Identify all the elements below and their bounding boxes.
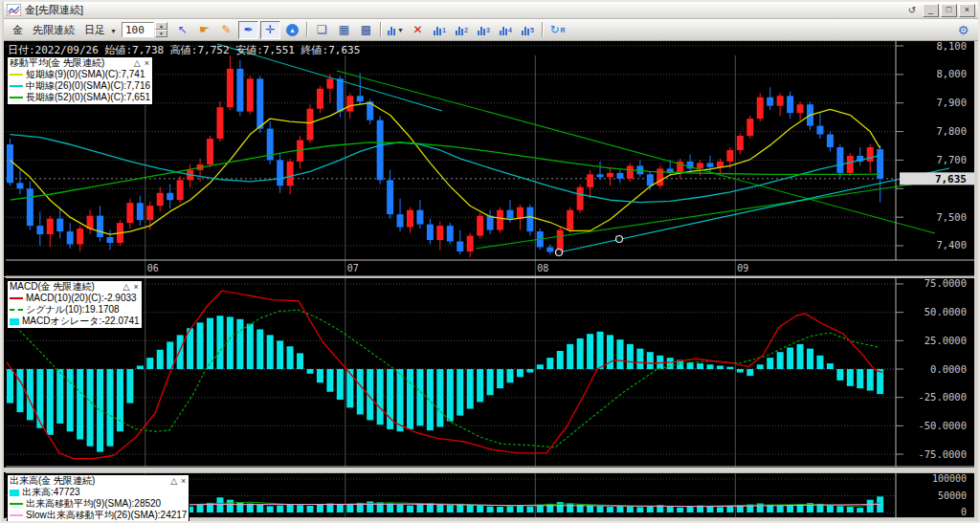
indicator-preset-2-button[interactable]: 2 [452,21,472,39]
maximize-button[interactable]: □ [941,4,957,17]
month-axis-label: 06 [147,263,159,273]
legend-collapse-icon[interactable]: △ [133,57,142,69]
macd-axis-label: 0.0000 [930,363,967,375]
volume-bar [256,505,263,512]
candle [517,207,523,219]
candle [827,135,834,147]
volume-axis-label: 0 [961,507,967,517]
candle [836,147,843,173]
macd-histogram-bar [277,340,283,369]
select-tool[interactable]: ↖ [172,21,192,39]
volume-bar [397,505,404,512]
reload-icon: ↻ [549,23,559,36]
pen-tool[interactable]: ✒ [238,21,258,39]
candle [797,104,804,113]
macd-histogram-bar [877,369,883,394]
grid-layout-dense-icon: ▩ [361,23,371,36]
candle [717,162,724,167]
volume-bar [277,506,283,512]
candle [397,214,404,227]
macd-histogram-bar [557,351,564,369]
spinner-up-button[interactable]: ▲ [155,22,167,30]
candle [307,109,314,141]
macd-histogram-bar [427,369,434,430]
candle [816,126,823,135]
crosshair-tool[interactable]: ✛ [260,21,280,39]
new-chart-window-button[interactable]: ❏ [312,21,332,39]
volume-bar [847,507,854,512]
settings-wrench-icon[interactable]: ⚙ [953,21,973,39]
indicator-preset-5-button[interactable]: 5 [518,21,538,39]
candle [157,193,164,206]
macd-histogram-bar [477,369,483,402]
macd-histogram-bar [827,363,834,369]
macd-histogram-bar [457,369,463,416]
macd-histogram-bar [47,369,54,435]
toolbar-separator [542,22,544,37]
macd-axis-label: -25.0000 [918,391,967,403]
candle [526,207,533,231]
indicator-preset-4-button[interactable]: 4 [496,21,516,39]
period-select[interactable]: 日足 ▼ [84,23,117,37]
legend-close-icon[interactable]: × [144,57,150,69]
macd-histogram-bar [857,369,863,388]
bars-count-input[interactable]: 100 [122,22,154,37]
macd-legend: MACD(金 先限連続) △ × MACD(10)(20)(C):-2.9033… [7,280,143,329]
macd-histogram-bar [567,344,573,369]
candle [167,193,173,200]
legend-close-icon[interactable]: × [132,281,139,293]
macd-histogram-bar [487,369,494,395]
macd-histogram-bar [307,369,314,374]
bar-chart-icon [456,25,463,35]
candle [387,180,393,214]
macd-histogram-bar [526,369,533,373]
indicator-preset-1-button[interactable]: 1 [430,21,450,39]
trendline-tool[interactable]: ✎ [216,21,236,39]
candle [47,219,54,234]
macd-histogram-bar [126,369,133,403]
volume-bar [687,507,694,512]
macd-histogram-bar [267,335,274,369]
macd-histogram-bar [467,369,474,409]
volume-bar [197,505,204,512]
macd-histogram-bar [146,358,153,369]
reload-button[interactable]: ↻R [547,21,568,39]
macd-legend-title: MACD(金 先限連続) [10,281,95,293]
candle [77,229,83,244]
macd-histogram-bar [416,369,423,425]
minimize-button[interactable]: _ [923,4,939,17]
grid-layout-button[interactable]: ▦ [334,21,354,39]
candle [326,78,333,88]
spinner-down-button[interactable]: ▼ [155,30,167,37]
hand-tool[interactable]: ☛ [194,21,214,39]
candle [247,78,254,111]
close-button[interactable]: × [959,4,975,17]
legend-close-icon[interactable]: × [180,475,187,487]
candle [597,174,604,177]
indicator-menu-button[interactable]: ▼ [386,21,406,39]
remove-indicator-button[interactable]: ✕ [408,21,428,39]
candle [567,210,573,230]
ma-legend: 移動平均(金 先限連続) △ × 短期線(9)(0)(SMA)(C):7,741… [7,56,153,105]
candle [36,226,43,234]
history-icon[interactable]: ↺ [903,4,921,17]
legend-item: 短期線(9)(0)(SMA)(C):7,741 [10,69,150,80]
macd-histogram-bar [757,364,764,369]
chevron-down-icon: ▼ [397,27,404,33]
legend-collapse-icon[interactable]: △ [122,281,130,293]
candle [607,173,613,177]
macd-chart[interactable]: 75.000050.000025.00000.0000-25.0000-50.0… [4,277,974,468]
indicator-preset-3-button[interactable]: 3 [474,21,494,39]
jump-latest-button[interactable]: ▲ [282,21,302,39]
macd-histogram-bar [867,369,874,391]
volume-legend-title: 出来高(金 先限連続) [10,475,95,487]
legend-collapse-icon[interactable]: △ [169,475,178,487]
candle [16,183,23,188]
macd-histogram-bar [97,369,103,452]
bar-chart-icon [434,25,441,35]
macd-histogram-bar [836,369,843,381]
grid-layout-dense-button[interactable]: ▩ [356,21,376,39]
macd-histogram-bar [216,316,223,369]
macd-histogram-bar [56,369,63,424]
price-axis-label: 7,900 [936,97,967,108]
